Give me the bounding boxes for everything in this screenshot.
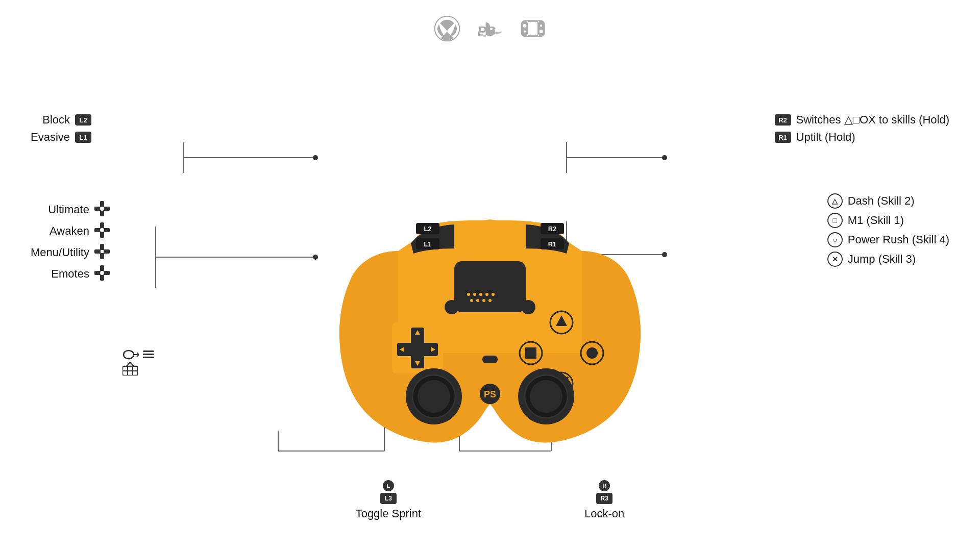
svg-point-7 <box>540 30 543 33</box>
controller-image: PS <box>316 159 664 445</box>
r-badge-top: R <box>599 480 610 491</box>
lockon-label: Lock-on <box>584 507 624 520</box>
svg-point-81 <box>476 299 479 302</box>
ultimate-label: Ultimate <box>48 203 89 216</box>
touchpad-icon-row <box>122 349 154 362</box>
toggle-sprint-label: Toggle Sprint <box>356 507 421 520</box>
misc-icons <box>122 349 154 378</box>
svg-rect-38 <box>101 250 104 253</box>
dash-label: Dash (Skill 2) <box>848 194 915 208</box>
power-label: Power Rush (Skill 4) <box>848 233 949 246</box>
left-mid-labels: Ultimate Awaken <box>31 201 110 287</box>
svg-point-83 <box>488 299 492 302</box>
menu-row: Menu/Utility <box>31 244 110 261</box>
svg-point-80 <box>470 299 473 302</box>
l3-badge: L3 <box>380 493 397 504</box>
right-top-labels: R2 Switches △□OX to skills (Hold) R1 Upt… <box>775 113 949 148</box>
svg-rect-53 <box>454 261 526 312</box>
ultimate-row: Ultimate <box>31 201 110 218</box>
menu-label: Menu/Utility <box>31 246 89 259</box>
left-top-labels: Block L2 Evasive L1 <box>31 113 91 148</box>
svg-rect-47 <box>143 354 154 355</box>
svg-point-82 <box>482 299 485 302</box>
evasive-row: Evasive L1 <box>31 131 91 144</box>
evasive-label: Evasive <box>31 131 70 144</box>
menu-dpad-icon <box>94 244 110 261</box>
block-label: Block <box>42 113 70 127</box>
svg-point-41 <box>100 271 104 275</box>
svg-point-77 <box>479 293 482 296</box>
m1-row: □ M1 (Skill 1) <box>827 213 949 228</box>
svg-point-90 <box>530 380 562 413</box>
r3-badge: R3 <box>596 493 612 504</box>
emotes-label: Emotes <box>51 267 89 281</box>
switch-icon <box>519 14 547 43</box>
svg-point-6 <box>523 24 526 28</box>
right-mid-labels: △ Dash (Skill 2) □ M1 (Skill 1) ○ Power … <box>827 193 949 271</box>
l2-badge: L2 <box>75 114 91 126</box>
lockon-section: R R3 Lock-on <box>584 480 624 520</box>
r-badges: R R3 <box>596 480 612 504</box>
svg-text:R1: R1 <box>548 240 557 248</box>
svg-point-72 <box>521 300 535 314</box>
svg-point-71 <box>445 300 459 314</box>
svg-text:R2: R2 <box>548 225 557 233</box>
uptilt-row: R1 Uptilt (Hold) <box>775 131 949 144</box>
uptilt-label: Uptilt (Hold) <box>796 131 855 144</box>
circle-symbol: ○ <box>827 232 843 247</box>
bottom-labels: L L3 Toggle Sprint R R3 Lock-on <box>0 480 980 520</box>
jump-label: Jump (Skill 3) <box>848 253 916 266</box>
r2-badge: R2 <box>775 114 791 126</box>
svg-point-76 <box>473 293 476 296</box>
svg-rect-65 <box>525 347 536 359</box>
svg-text:PS: PS <box>478 23 496 39</box>
power-row: ○ Power Rush (Skill 4) <box>827 232 949 247</box>
svg-text:L1: L1 <box>424 240 431 248</box>
l-badge-top: L <box>383 480 394 491</box>
jump-row: ✕ Jump (Skill 3) <box>827 252 949 267</box>
r1-badge: R1 <box>775 132 791 143</box>
svg-rect-5 <box>528 21 538 36</box>
touchpad-lines-icon <box>143 350 154 361</box>
svg-text:L2: L2 <box>424 225 431 233</box>
svg-rect-3 <box>522 21 528 37</box>
xbox-icon <box>433 14 461 43</box>
svg-point-42 <box>124 350 134 359</box>
square-symbol: □ <box>827 213 843 228</box>
ultimate-dpad-icon <box>94 201 110 218</box>
svg-rect-48 <box>143 357 154 358</box>
awaken-label: Awaken <box>50 224 89 238</box>
emotes-row: Emotes <box>31 265 110 283</box>
switches-label: Switches △□OX to skills (Hold) <box>796 113 949 127</box>
l1-badge: L1 <box>75 132 91 143</box>
awaken-dpad-icon <box>94 222 110 240</box>
svg-point-67 <box>586 347 598 359</box>
svg-point-35 <box>100 228 104 232</box>
m1-label: M1 (Skill 1) <box>848 214 904 227</box>
svg-rect-57 <box>411 343 424 356</box>
basket-icon-row <box>122 362 154 378</box>
emotes-dpad-icon <box>94 265 110 283</box>
l-badges: L L3 <box>380 480 397 504</box>
svg-rect-46 <box>143 350 154 352</box>
toggle-sprint-section: L L3 Toggle Sprint <box>356 480 421 520</box>
triangle-symbol: △ <box>827 193 843 209</box>
svg-point-8 <box>524 31 526 33</box>
switches-row: R2 Switches △□OX to skills (Hold) <box>775 113 949 127</box>
dash-row: △ Dash (Skill 2) <box>827 193 949 209</box>
block-row: Block L2 <box>31 113 91 127</box>
svg-point-87 <box>418 380 450 413</box>
svg-point-79 <box>492 293 495 296</box>
main-content: Block L2 Evasive L1 R2 Switches △□OX to … <box>0 53 980 551</box>
cross-symbol: ✕ <box>827 252 843 267</box>
svg-text:PS: PS <box>484 389 496 399</box>
svg-rect-84 <box>482 356 498 363</box>
svg-point-78 <box>485 293 488 296</box>
platform-icons: PS <box>433 14 547 43</box>
svg-rect-4 <box>538 21 545 37</box>
page-container: PS <box>0 0 980 551</box>
awaken-row: Awaken <box>31 222 110 240</box>
basket-icon <box>122 362 138 378</box>
svg-point-75 <box>467 293 470 296</box>
touchpad-swipe-icon <box>122 349 139 362</box>
